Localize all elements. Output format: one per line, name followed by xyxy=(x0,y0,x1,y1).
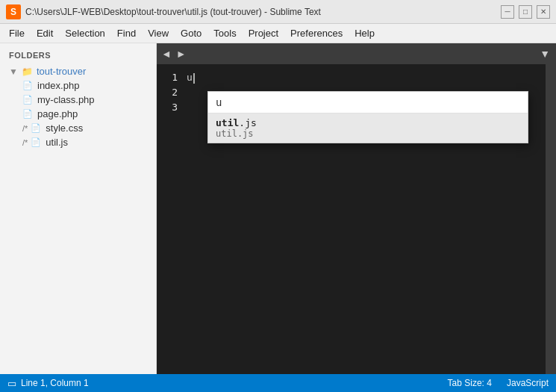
file-icon: 📄 xyxy=(22,81,33,90)
tab-bar: ◄ ► ▼ xyxy=(157,43,556,64)
language-mode[interactable]: JavaScript xyxy=(507,378,549,388)
minimize-button[interactable]: ─ xyxy=(501,5,514,19)
folder-icon: 📁 xyxy=(22,66,33,77)
tab-dropdown-arrow[interactable]: ▼ xyxy=(540,48,556,60)
line-num-1: 1 xyxy=(157,70,184,85)
menu-file[interactable]: File xyxy=(3,25,31,41)
window-controls: ─ □ ✕ xyxy=(501,5,550,19)
code-line-1: u xyxy=(187,70,543,85)
sidebar: FOLDERS ▼ 📁 tout-trouver 📄 index.php 📄 m… xyxy=(0,43,157,374)
autocomplete-query: u xyxy=(216,96,222,108)
folder-tout-trouver[interactable]: ▼ 📁 tout-trouver xyxy=(0,64,156,78)
menu-tools[interactable]: Tools xyxy=(207,25,242,41)
nav-arrows: ◄ ► xyxy=(160,48,188,60)
status-right: Tab Size: 4 JavaScript xyxy=(448,378,549,388)
text-cursor xyxy=(193,73,195,84)
autocomplete-result-0[interactable]: util.js util.js xyxy=(208,113,528,143)
comment-marker: /* xyxy=(22,138,28,147)
tab-size[interactable]: Tab Size: 4 xyxy=(448,378,492,388)
autocomplete-results: util.js util.js xyxy=(208,113,528,143)
menu-preferences[interactable]: Preferences xyxy=(284,25,349,41)
editor-area: ◄ ► ▼ 1 2 3 u u xyxy=(157,43,556,374)
menu-goto[interactable]: Goto xyxy=(175,25,207,41)
collapse-icon: ▼ xyxy=(9,66,18,77)
file-icon: 📄 xyxy=(22,109,33,119)
autocomplete-result-main: util.js xyxy=(216,117,520,128)
autocomplete-match-bold: util xyxy=(216,117,239,128)
cursor-position: Line 1, Column 1 xyxy=(21,378,89,388)
file-label: util.js xyxy=(46,137,68,148)
menu-bar: File Edit Selection Find View Goto Tools… xyxy=(0,24,556,43)
folder-name: tout-trouver xyxy=(37,66,86,77)
close-button[interactable]: ✕ xyxy=(537,5,550,19)
autocomplete-input[interactable]: u xyxy=(208,92,528,113)
scrollbar[interactable] xyxy=(546,64,556,374)
menu-project[interactable]: Project xyxy=(243,25,284,41)
nav-left-arrow[interactable]: ◄ xyxy=(160,48,173,60)
file-label: style.css xyxy=(46,122,83,134)
file-label: page.php xyxy=(37,108,78,119)
autocomplete-result-sub: util.js xyxy=(216,128,520,139)
menu-help[interactable]: Help xyxy=(349,25,381,41)
menu-find[interactable]: Find xyxy=(111,25,142,41)
menu-selection[interactable]: Selection xyxy=(59,25,110,41)
autocomplete-match-suffix: .js xyxy=(239,117,256,128)
line-num-2: 2 xyxy=(157,85,184,100)
sidebar-item-my-class-php[interactable]: 📄 my-class.php xyxy=(0,93,156,107)
sidebar-item-index-php[interactable]: 📄 index.php xyxy=(0,78,156,93)
line-num-3: 3 xyxy=(157,100,184,115)
sidebar-item-page-php[interactable]: 📄 page.php xyxy=(0,107,156,121)
menu-edit[interactable]: Edit xyxy=(31,25,59,41)
file-icon: 📄 xyxy=(22,95,33,105)
code-text-1: u xyxy=(187,72,193,83)
autocomplete-popup: u util.js util.js xyxy=(207,91,528,143)
app-icon: S xyxy=(6,4,21,19)
file-icon: 📄 xyxy=(31,137,41,147)
code-area[interactable]: 1 2 3 u u util xyxy=(157,64,556,374)
terminal-icon: ▭ xyxy=(7,378,16,389)
code-content[interactable]: u u util.js util.js xyxy=(184,64,546,374)
menu-view[interactable]: View xyxy=(142,25,175,41)
nav-right-arrow[interactable]: ► xyxy=(175,48,188,60)
file-label: my-class.php xyxy=(37,94,95,105)
maximize-button[interactable]: □ xyxy=(519,5,532,19)
file-label: index.php xyxy=(37,80,79,91)
sidebar-item-style-css[interactable]: /* 📄 style.css xyxy=(0,121,156,135)
window-title: C:\Users\JLF-WEB\Desktop\tout-trouver\ut… xyxy=(25,7,501,17)
sidebar-folders-header: FOLDERS xyxy=(0,43,156,64)
main-layout: FOLDERS ▼ 📁 tout-trouver 📄 index.php 📄 m… xyxy=(0,43,556,374)
file-icon: 📄 xyxy=(31,123,41,133)
status-bar: ▭ Line 1, Column 1 Tab Size: 4 JavaScrip… xyxy=(0,374,556,392)
comment-marker: /* xyxy=(22,124,28,133)
line-numbers: 1 2 3 xyxy=(157,64,184,374)
title-bar: S C:\Users\JLF-WEB\Desktop\tout-trouver\… xyxy=(0,0,556,24)
sidebar-item-util-js[interactable]: /* 📄 util.js xyxy=(0,135,156,149)
